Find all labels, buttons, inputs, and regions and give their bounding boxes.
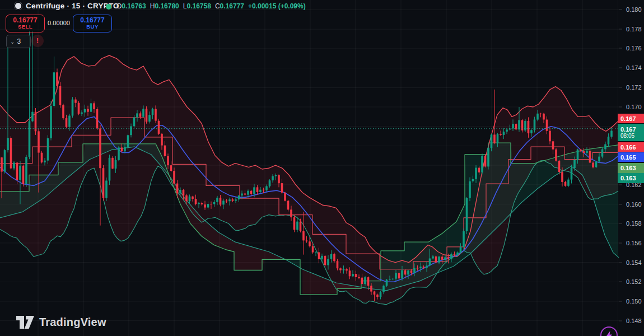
- price-axis-label: 0.178: [626, 26, 642, 32]
- current-price-badge: 0.16708:05: [618, 124, 644, 141]
- tradingview-chart-window: Centrifuge · 15 · CRYPTO O0.16763 H0.167…: [0, 0, 644, 336]
- price-axis-label: 0.156: [626, 240, 642, 246]
- sell-label: SELL: [18, 24, 32, 30]
- chevron-down-icon: ⌄: [10, 39, 15, 45]
- watermark-text: TradingView: [39, 316, 106, 329]
- indicator-price-badge: 0.167: [618, 114, 644, 123]
- price-axis-label: 0.148: [626, 318, 642, 324]
- alert-warning-icon[interactable]: !: [31, 35, 44, 47]
- change-value: +0.00015 (+0.09%): [248, 2, 306, 10]
- tradingview-logo-icon: [16, 315, 35, 330]
- candlestick-chart[interactable]: [0, 0, 644, 336]
- market-status-icon[interactable]: [106, 4, 111, 10]
- spread-value: 0.00000: [46, 20, 72, 26]
- tradingview-watermark[interactable]: TradingView: [16, 315, 106, 330]
- sell-button[interactable]: 0.16777 SELL: [6, 15, 45, 32]
- price-axis-label: 0.152: [626, 278, 642, 285]
- indicator-price-badge: 0.163: [618, 173, 644, 183]
- price-axis-label: 0.154: [626, 259, 642, 266]
- buy-button[interactable]: 0.16777 BUY: [73, 15, 112, 32]
- price-axis-label: 0.170: [626, 104, 642, 110]
- symbol-logo-icon: [14, 2, 22, 10]
- chart-header: Centrifuge · 15 · CRYPTO O0.16763 H0.167…: [0, 0, 644, 12]
- high-value: 0.16780: [155, 2, 179, 10]
- collapse-count: 3: [17, 38, 21, 45]
- price-axis-label: 0.160: [626, 201, 642, 208]
- price-axis-label: 0.174: [626, 64, 642, 71]
- indicator-price-badge: 0.165: [618, 152, 644, 162]
- price-axis-label: 0.158: [626, 220, 642, 227]
- low-value: 0.16758: [186, 2, 211, 10]
- price-axis-label: 0.150: [626, 298, 642, 305]
- buy-label: BUY: [86, 24, 98, 30]
- lightning-bolt-icon: [606, 331, 613, 336]
- price-axis[interactable]: 0.1800.1780.1760.1740.1720.1700.1620.160…: [618, 0, 644, 336]
- close-value: 0.16777: [220, 2, 244, 10]
- indicator-price-badge: 0.163: [618, 163, 644, 173]
- indicator-price-badge: 0.166: [618, 142, 644, 152]
- open-value: 0.16763: [122, 2, 146, 10]
- object-tree-collapse-button[interactable]: ⌄ 3: [6, 35, 31, 48]
- open-label: O: [116, 2, 122, 10]
- price-axis-label: 0.176: [626, 45, 642, 52]
- bar-countdown: 08:05: [620, 133, 644, 139]
- close-label: C: [215, 2, 220, 10]
- symbol-title[interactable]: Centrifuge · 15 · CRYPTO: [26, 2, 119, 10]
- price-axis-label: 0.172: [626, 84, 642, 91]
- ohlc-readout: O0.16763 H0.16780 L0.16758 C0.16777 +0.0…: [116, 2, 306, 10]
